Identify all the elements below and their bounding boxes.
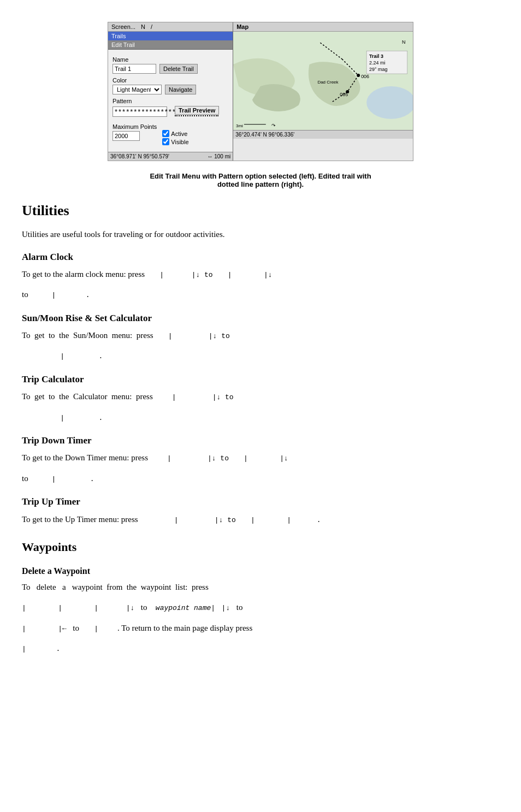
del-pipe5: |	[81, 625, 115, 633]
trip-down-line2: to | .	[22, 472, 499, 486]
max-points-input[interactable]	[113, 131, 140, 141]
sunmoon-instruction: To get to the Sun/Moon menu: press | |↓ …	[22, 329, 499, 343]
down-arrow4: |↓	[280, 454, 288, 463]
calc-pipe1: |	[155, 393, 210, 401]
pattern-label: Pattern	[113, 98, 228, 104]
del-pipe4: |	[22, 625, 56, 633]
menu-slash: /	[151, 23, 152, 30]
utilities-intro: Utilities are useful tools for traveling…	[22, 228, 499, 241]
status-scale: ↔ 100 mi	[207, 153, 230, 159]
sunmoon-pipe2: | .	[22, 352, 103, 360]
screenshot-container: Screen... N / Trails Edit Trail Name Del…	[108, 22, 413, 161]
trip-down-heading: Trip Down Timer	[22, 433, 499, 448]
color-row: Light Magenta Navigate	[113, 85, 228, 94]
trail-name-input[interactable]	[113, 64, 156, 74]
trail-preview-line	[175, 115, 218, 116]
svg-text:005: 005	[340, 92, 348, 97]
calc-pipe2: | .	[22, 414, 103, 422]
pattern-row: **************** Trail Preview	[113, 106, 228, 117]
del-back-arrow: |←	[58, 625, 70, 633]
sunmoon-heading: Sun/Moon Rise & Set Calculator	[22, 311, 499, 325]
delete-waypoint-heading: Delete a Waypoint	[22, 564, 499, 578]
map-body: 006 005 Trail 3 2.24 mi 29° mag Dad Cree…	[233, 32, 413, 130]
color-label: Color	[113, 77, 228, 84]
delete-waypoint-line4: | .	[22, 642, 499, 656]
alarm-clock-heading: Alarm Clock	[22, 250, 499, 264]
alarm-clock-instruction: To get to the alarm clock menu: press | …	[22, 268, 499, 282]
edit-trail-bar: Edit Trail	[108, 40, 233, 50]
active-row: Active	[162, 130, 188, 137]
checkboxes-col: Active Visible	[162, 130, 188, 146]
visible-row: Visible	[162, 138, 188, 145]
up-pipe1: |	[140, 516, 212, 524]
del-pipe3: |	[94, 604, 124, 612]
del-waypoint-name: waypoint name|	[151, 604, 215, 612]
svg-text:29° mag: 29° mag	[369, 67, 387, 72]
screen-menu: Screen...	[111, 23, 135, 30]
map-panel: Map 006 005	[233, 22, 413, 161]
svg-text:2.24 mi: 2.24 mi	[369, 60, 385, 66]
del-to1: to	[141, 603, 149, 612]
visible-checkbox[interactable]	[162, 138, 169, 145]
down-arrow3: |↓ to	[208, 454, 229, 463]
delete-waypoint-line1: To delete a waypoint from the waypoint l…	[22, 580, 499, 595]
svg-text:Dad Creek: Dad Creek	[318, 80, 339, 85]
trip-calc-instruction: To get to the Calculator menu: press | |…	[22, 390, 499, 404]
pipe1: |	[147, 271, 190, 279]
edit-trail-panel: Screen... N / Trails Edit Trail Name Del…	[108, 22, 233, 161]
trail-preview-label: Trail Preview	[175, 106, 219, 115]
calc-arrow1: |↓ to	[212, 393, 234, 401]
del-to2: to	[236, 603, 243, 612]
pipe2: |	[215, 271, 262, 279]
pattern-dots: ****************	[113, 106, 167, 117]
down-pipe3: | .	[30, 475, 94, 483]
trip-up-instruction: To get to the Up Timer menu: press | |↓ …	[22, 513, 499, 527]
max-points-section: Maximum Points Active Visible	[113, 120, 228, 146]
svg-point-6	[357, 74, 360, 77]
sunmoon-pipe1: |	[155, 332, 206, 340]
map-coords: 36°20.474' N 96°06.336'	[235, 132, 294, 138]
alarm-clock-line2: to | .	[22, 288, 499, 302]
down-arrow1: |↓ to	[192, 271, 213, 279]
active-checkbox[interactable]	[162, 130, 169, 137]
del-arrow1: |↓	[126, 604, 139, 612]
down-pipe1: |	[150, 454, 205, 463]
del-arrow2: |↓	[217, 604, 234, 612]
color-select[interactable]: Light Magenta	[113, 85, 162, 94]
trip-calc-heading: Trip Calculator	[22, 372, 499, 387]
del-pipe2: |	[58, 604, 92, 612]
form-body: Name Delete Trail Color Light Magenta Na…	[108, 50, 233, 150]
waypoints-heading: Waypoints	[22, 537, 499, 556]
name-row: Delete Trail	[113, 64, 228, 74]
max-points-col: Maximum Points	[113, 120, 157, 146]
pipe3: | .	[30, 291, 90, 299]
svg-text:3mi: 3mi	[236, 123, 243, 128]
status-coords: 36°08.971' N 95°50.579'	[110, 153, 169, 159]
down-arrow2: |↓	[264, 271, 273, 279]
visible-label: Visible	[171, 139, 188, 145]
up-arrow1: |↓ to	[215, 516, 236, 524]
del-to3: to	[73, 624, 79, 632]
del-pipe1: |	[22, 604, 56, 612]
sunmoon-arrow1: |↓ to	[209, 332, 230, 340]
active-label: Active	[171, 131, 187, 137]
trip-down-instruction: To get to the Down Timer menu: press | |…	[22, 451, 499, 465]
menu-n: N	[141, 23, 145, 30]
trip-up-heading: Trip Up Timer	[22, 494, 499, 509]
name-label: Name	[113, 56, 228, 63]
delete-trail-button[interactable]: Delete Trail	[159, 64, 198, 74]
caption-line1: Edit Trail Menu with Pattern option sele…	[150, 172, 371, 180]
up-pipe3: | .	[287, 516, 321, 524]
map-svg: 006 005 Trail 3 2.24 mi 29° mag Dad Cree…	[233, 32, 413, 130]
trail-preview-box: Trail Preview	[173, 107, 219, 116]
svg-text:N: N	[402, 39, 405, 45]
svg-text:006: 006	[361, 74, 369, 79]
figure-caption: Edit Trail Menu with Pattern option sele…	[108, 172, 413, 188]
up-pipe2: |	[238, 516, 285, 524]
map-status-bar: 36°20.474' N 96°06.336'	[233, 130, 413, 139]
navigate-button[interactable]: Navigate	[165, 85, 196, 94]
sunmoon-line2: | .	[22, 349, 499, 363]
delete-waypoint-line2: | | | |↓ to waypoint name| |↓ to	[22, 601, 499, 615]
max-points-label: Maximum Points	[113, 123, 157, 130]
svg-text:↷: ↷	[271, 123, 276, 128]
